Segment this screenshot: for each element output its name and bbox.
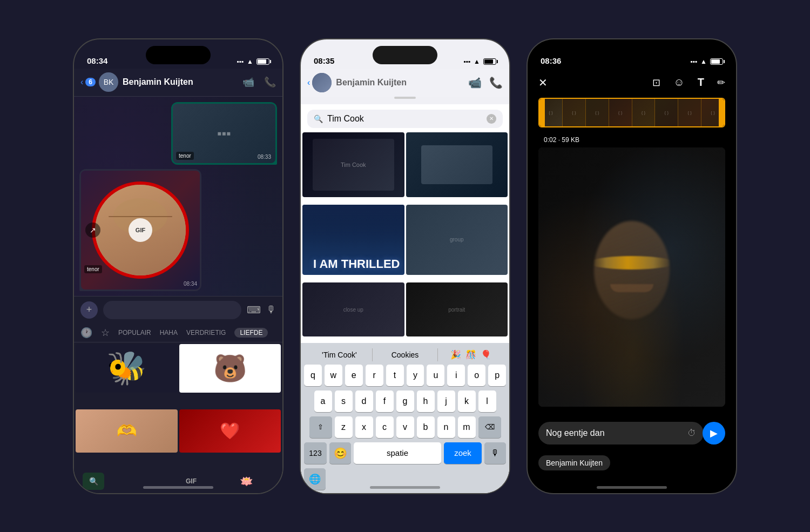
key-q[interactable]: q	[304, 365, 322, 386]
sticker-4[interactable]: ❤️	[179, 409, 281, 453]
key-t[interactable]: t	[386, 365, 404, 386]
wifi-icon-2: ▲	[474, 58, 480, 65]
gif-result-6[interactable]: portrait	[406, 282, 508, 336]
key-e[interactable]: e	[345, 365, 363, 386]
key-g[interactable]: g	[396, 390, 414, 412]
sticker-3[interactable]: 🫶	[76, 409, 178, 453]
video-call-icon-1[interactable]: 📹	[242, 76, 254, 88]
video-strip[interactable]: { } { } { } { } { } { } { } { }	[538, 98, 725, 127]
key-i[interactable]: i	[447, 365, 465, 386]
key-m[interactable]: m	[458, 416, 476, 438]
video-info-badge: 0:02 · 59 KB	[538, 132, 585, 146]
key-z[interactable]: z	[335, 416, 353, 438]
key-d[interactable]: d	[355, 390, 373, 412]
key-globe[interactable]: 🌐	[304, 468, 326, 490]
close-button-3[interactable]: ✕	[538, 76, 548, 89]
tab-fav-icon[interactable]: ☆	[101, 327, 110, 339]
key-r[interactable]: r	[366, 365, 383, 386]
chat-input-bar-3[interactable]: Nog eentje dan ⏱	[538, 422, 704, 445]
mic-icon-1[interactable]: 🎙	[266, 304, 276, 315]
message-input-1[interactable]	[103, 301, 241, 319]
key-n[interactable]: n	[437, 416, 455, 438]
key-l[interactable]: l	[478, 390, 496, 412]
phone2-video-icon[interactable]: 📹	[468, 76, 482, 89]
video-strip-frames: { } { } { } { } { } { } { } { }	[539, 99, 724, 126]
gif-badge: GIF	[129, 218, 152, 242]
phone2-phone-icon[interactable]: 📞	[489, 76, 503, 89]
gif-result-5[interactable]: close up	[302, 282, 404, 336]
signal-icon-1: ▪▪▪	[237, 58, 244, 65]
gif-label: GIF	[186, 477, 197, 485]
back-button-1[interactable]: ‹ 6	[80, 77, 96, 87]
key-w[interactable]: w	[325, 365, 342, 386]
pencil-icon[interactable]: ✏	[717, 77, 725, 89]
key-123[interactable]: 123	[304, 442, 327, 464]
status-time-3: 08:36	[541, 56, 561, 65]
phone2-back-button[interactable]: ‹	[307, 78, 310, 87]
gif-result-3[interactable]: I AM THRILLED	[302, 205, 404, 275]
key-shift[interactable]: ⇧	[309, 416, 332, 438]
key-s[interactable]: s	[335, 390, 353, 412]
key-h[interactable]: h	[417, 390, 435, 412]
key-f[interactable]: f	[376, 390, 394, 412]
key-space[interactable]: spatie	[354, 442, 441, 464]
status-icons-2: ▪▪▪ ▲	[463, 58, 496, 65]
sticker-grid-1: 🐝 🐻 🫶 ❤️	[74, 342, 282, 469]
phone-icon-1[interactable]: 📞	[264, 76, 276, 88]
video-strip-left-handle[interactable]	[539, 99, 545, 126]
tab-recent-icon[interactable]: 🕐	[80, 327, 92, 339]
suggestion-2[interactable]: Cookies	[372, 348, 438, 361]
key-b[interactable]: b	[417, 416, 435, 438]
key-x[interactable]: x	[355, 416, 373, 438]
send-button-3[interactable]: ▶	[703, 422, 725, 445]
search-clear-button[interactable]: ✕	[487, 114, 496, 124]
gif-nav-btn[interactable]: GIF	[164, 477, 219, 485]
crop-icon[interactable]: ⊡	[652, 77, 660, 89]
sticker-nav-btn[interactable]: 🪷	[219, 475, 274, 488]
input-bar-1: + ⌨ 🎙	[74, 297, 282, 324]
gif-result-2[interactable]	[406, 132, 508, 197]
keyboard-icon-1[interactable]: ⌨	[247, 304, 261, 316]
add-button-1[interactable]: +	[80, 301, 98, 319]
share-icon[interactable]: ↗	[85, 223, 100, 238]
search-nav-btn[interactable]: 🔍	[83, 473, 104, 490]
key-a[interactable]: a	[314, 390, 332, 412]
keyboard-globe-row: 🌐	[302, 467, 508, 493]
suggestion-1[interactable]: 'Tim Cook'	[307, 348, 372, 361]
emoji-2[interactable]: 🎊	[465, 349, 476, 360]
video-strip-right-handle[interactable]	[719, 99, 724, 126]
key-o[interactable]: o	[468, 365, 485, 386]
key-u[interactable]: u	[427, 365, 444, 386]
key-c[interactable]: c	[376, 416, 394, 438]
key-v[interactable]: v	[396, 416, 414, 438]
battery-icon-1	[256, 58, 269, 65]
sticker-1[interactable]: 🐝	[76, 344, 178, 393]
key-delete[interactable]: ⌫	[478, 416, 501, 438]
tab-populair[interactable]: POPULAIR	[118, 329, 151, 336]
key-emoji[interactable]: 😊	[329, 442, 351, 464]
gif-result-4[interactable]: group	[406, 205, 508, 275]
glasses-reflection	[589, 256, 675, 270]
key-k[interactable]: k	[458, 390, 476, 412]
emoji-3[interactable]: 🎈	[481, 349, 491, 360]
key-p[interactable]: p	[488, 365, 506, 386]
search-input-2[interactable]: Tim Cook	[327, 114, 482, 124]
tab-haha[interactable]: HAHA	[160, 329, 178, 336]
key-j[interactable]: j	[437, 390, 455, 412]
key-mic-2[interactable]: 🎙	[484, 442, 506, 464]
gif-search-bar[interactable]: 🔍 Tim Cook ✕	[307, 110, 503, 128]
sticker-2[interactable]: 🐻	[179, 344, 281, 393]
gif-result-1[interactable]: Tim Cook	[302, 132, 404, 197]
i-am-thrilled-text: I AM THRILLED	[313, 258, 400, 271]
tab-liefde[interactable]: LIEFDE	[234, 328, 268, 338]
emoji-icon[interactable]: ☺	[673, 76, 684, 89]
text-icon[interactable]: T	[698, 76, 704, 89]
tab-verdrietig[interactable]: VERDRIETIG	[186, 329, 226, 336]
key-y[interactable]: y	[407, 365, 424, 386]
gif-results-grid: Tim Cook I AM THRILLED group	[301, 132, 509, 343]
gif-result-3-container: I AM THRILLED	[309, 253, 404, 275]
nav-avatar-1[interactable]: BK	[99, 72, 118, 92]
emoji-1[interactable]: 🎉	[450, 349, 461, 360]
dynamic-island-3	[599, 46, 664, 64]
key-search[interactable]: zoek	[444, 442, 482, 464]
